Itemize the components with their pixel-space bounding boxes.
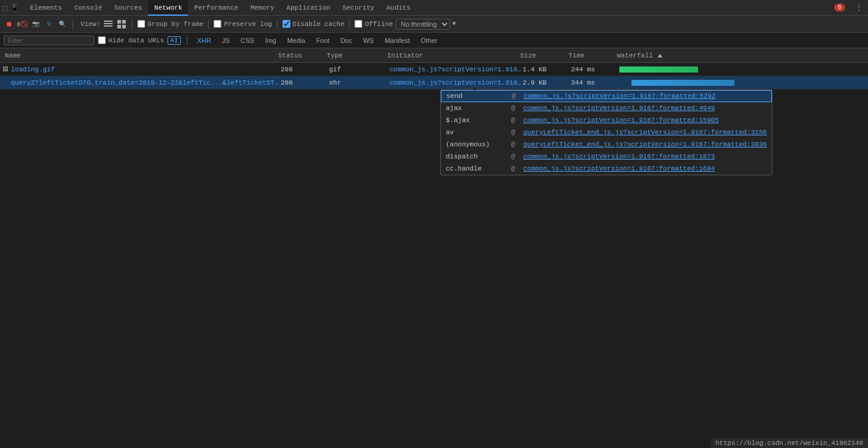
filter-input[interactable] xyxy=(4,36,94,45)
offline-group: Offline xyxy=(354,20,393,28)
callstack-link-av[interactable]: queryLeftTicket_end_js.js?scriptVersion=… xyxy=(523,129,767,136)
tab-memory[interactable]: Memory xyxy=(244,0,281,16)
callstack-link-cchandle[interactable]: common_js.js?scriptVersion=1.9167:format… xyxy=(523,165,715,172)
row-icon: 🖼 xyxy=(2,66,11,73)
disable-cache-checkbox[interactable] xyxy=(282,20,290,28)
bottom-bar: https://blog.csdn.net/weixin_41862148 xyxy=(711,438,868,448)
preserve-log-label[interactable]: Preserve log xyxy=(224,21,272,28)
svg-rect-2 xyxy=(104,25,113,27)
tab-icons: ⬚ 📱 xyxy=(2,3,19,13)
tab-sources[interactable]: Sources xyxy=(108,0,148,16)
throttle-arrow[interactable]: ▼ xyxy=(452,21,456,27)
throttle-dropdown[interactable]: No throttling xyxy=(396,19,450,30)
filter-type-other[interactable]: Other xyxy=(417,36,442,45)
row-name[interactable]: loading.gif xyxy=(11,66,281,73)
col-header-status[interactable]: Status xyxy=(278,52,327,59)
col-header-size[interactable]: Size xyxy=(520,52,569,59)
row-status: 200 xyxy=(281,79,329,86)
row-status: 200 xyxy=(281,66,329,73)
record-button[interactable] xyxy=(4,19,15,30)
callstack-fn-cchandle: cc.handle xyxy=(446,165,506,172)
callstack-at-2: @ xyxy=(511,117,518,124)
col-header-initiator[interactable]: Initiator xyxy=(387,52,520,59)
row-time: 344 ms xyxy=(571,79,619,86)
devtools-tabs: ⬚ 📱 Elements Console Sources Network Per… xyxy=(0,0,868,16)
filter-type-xhr[interactable]: XHR xyxy=(194,36,215,45)
tab-network[interactable]: Network xyxy=(148,0,188,16)
filter-type-font[interactable]: Font xyxy=(313,36,333,45)
row-type: gif xyxy=(329,66,390,73)
hide-data-urls-label[interactable]: Hide data URLs xyxy=(108,37,164,44)
tab-security[interactable]: Security xyxy=(336,0,380,16)
disable-cache-label[interactable]: Disable cache xyxy=(293,21,345,28)
svg-rect-4 xyxy=(122,20,126,24)
filter-type-js[interactable]: JS xyxy=(218,36,233,45)
tab-performance[interactable]: Performance xyxy=(188,0,244,16)
col-header-waterfall[interactable]: Waterfall xyxy=(617,52,868,59)
callstack-row-dollar-ajax[interactable]: $.ajax @ common_js.js?scriptVersion=1.91… xyxy=(441,114,772,126)
tab-application[interactable]: Application xyxy=(281,0,337,16)
tab-elements[interactable]: Elements xyxy=(24,0,68,16)
video-icon[interactable]: 📷 xyxy=(30,19,41,30)
callstack-at-6: @ xyxy=(511,165,518,172)
callstack-fn-dollar-ajax: $.ajax xyxy=(446,117,506,124)
row-type: xhr xyxy=(329,79,390,86)
callstack-link-send[interactable]: common_js.js?scriptVersion=1.9167:format… xyxy=(524,93,716,100)
search-icon[interactable]: 🔍 xyxy=(57,19,68,30)
filter-bar: Hide data URLs AI XHR JS CSS Img Media F… xyxy=(0,33,868,48)
offline-label[interactable]: Offline xyxy=(365,21,393,28)
callstack-row-dispatch[interactable]: dispatch @ common_js.js?scriptVersion=1.… xyxy=(441,151,772,163)
filter-type-css[interactable]: CSS xyxy=(237,36,258,45)
view-label: View: xyxy=(80,21,100,28)
waterfall-bar-gif xyxy=(619,67,698,73)
waterfall-sort-icon xyxy=(658,54,662,57)
callstack-link-dispatch[interactable]: common_js.js?scriptVersion=1.9167:format… xyxy=(523,153,715,160)
group-by-frame-group: Group by frame xyxy=(137,20,203,28)
filter-type-media[interactable]: Media xyxy=(284,36,309,45)
callstack-link-dollar-ajax[interactable]: common_js.js?scriptVersion=1.9167:format… xyxy=(523,117,719,124)
inspect-icon[interactable]: ⬚ xyxy=(2,3,7,13)
group-by-frame-label[interactable]: Group by frame xyxy=(148,21,203,28)
filter-type-img[interactable]: Img xyxy=(261,36,279,45)
col-header-name[interactable]: Name xyxy=(0,52,278,59)
col-header-time[interactable]: Time xyxy=(569,52,617,59)
svg-rect-5 xyxy=(117,25,121,28)
filter-type-doc[interactable]: Doc xyxy=(337,36,356,45)
offline-checkbox[interactable] xyxy=(354,20,362,28)
hide-data-urls-group: Hide data URLs xyxy=(98,36,164,44)
more-options-icon[interactable]: ⋮ xyxy=(850,2,868,13)
svg-rect-1 xyxy=(104,23,113,24)
callstack-row-ajax[interactable]: ajax @ common_js.js?scriptVersion=1.9167… xyxy=(441,102,772,114)
callstack-row-av[interactable]: av @ queryLeftTicket_end_js.js?scriptVer… xyxy=(441,126,772,138)
hide-data-urls-checkbox[interactable] xyxy=(98,36,106,44)
hide-data-urls-badge[interactable]: AI xyxy=(168,36,180,45)
filter-icon[interactable]: ▽ xyxy=(44,19,54,30)
callstack-at-5: @ xyxy=(511,153,518,160)
table-row[interactable]: queryZ?leftTicketDTO.train_date=2019-12-… xyxy=(0,76,868,89)
tab-audits[interactable]: Audits xyxy=(380,0,417,16)
row-initiator[interactable]: common_js.js?scriptVersion=1.9167:for... xyxy=(390,66,523,73)
row-initiator[interactable]: common_js.js?scriptVersion=1.9167:for... xyxy=(390,79,523,86)
network-rows: 🖼 loading.gif 200 gif common_js.js?scrip… xyxy=(0,63,868,89)
preserve-log-checkbox[interactable] xyxy=(214,20,221,28)
callstack-row-cchandle[interactable]: cc.handle @ common_js.js?scriptVersion=1… xyxy=(441,163,772,175)
view-list-icon[interactable] xyxy=(103,19,114,30)
callstack-link-anonymous[interactable]: queryLeftTicket_end_js.js?scriptVersion=… xyxy=(523,141,767,148)
callstack-fn-ajax: ajax xyxy=(446,105,506,112)
group-by-frame-checkbox[interactable] xyxy=(137,20,145,28)
callstack-row-anonymous[interactable]: (anonymous) @ queryLeftTicket_end_js.js?… xyxy=(441,138,772,151)
table-row[interactable]: 🖼 loading.gif 200 gif common_js.js?scrip… xyxy=(0,63,868,76)
view-grid-icon[interactable] xyxy=(116,19,127,30)
tab-console[interactable]: Console xyxy=(68,0,108,16)
callstack-at-4: @ xyxy=(511,141,518,148)
callstack-link-ajax[interactable]: common_js.js?scriptVersion=1.9167:format… xyxy=(523,105,715,112)
device-icon[interactable]: 📱 xyxy=(10,3,19,13)
callstack-row-send[interactable]: send @ common_js.js?scriptVersion=1.9167… xyxy=(441,90,772,102)
filter-type-manifest[interactable]: Manifest xyxy=(381,36,414,45)
svg-rect-0 xyxy=(104,21,113,22)
filter-type-ws[interactable]: WS xyxy=(359,36,377,45)
row-name[interactable]: queryZ?leftTicketDTO.train_date=2019-12-… xyxy=(11,79,281,86)
clear-button[interactable]: 🚫 xyxy=(17,19,28,30)
callstack-fn-anonymous: (anonymous) xyxy=(446,141,506,148)
col-header-type[interactable]: Type xyxy=(327,52,387,59)
